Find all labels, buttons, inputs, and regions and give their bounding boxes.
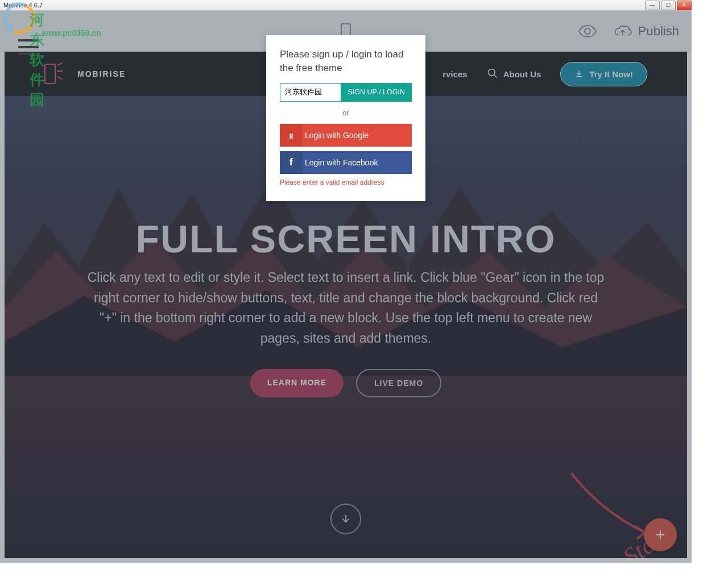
window-minimize-button[interactable]: — (645, 1, 660, 10)
search-icon (487, 68, 498, 81)
svg-point-1 (488, 69, 495, 76)
try-now-label: Try It Now! (589, 69, 633, 79)
nav-about[interactable]: About Us (487, 68, 541, 81)
live-demo-button[interactable]: LIVE DEMO (356, 369, 441, 397)
window-title: Mobirise 4.6.7 (3, 2, 43, 9)
nav-services-label: rvices (442, 69, 467, 79)
signup-login-button[interactable]: SIGN UP / LOGIN (341, 83, 412, 102)
nav-about-label: About Us (503, 69, 541, 79)
or-divider: or (280, 109, 412, 117)
preview-button[interactable] (578, 24, 597, 38)
modal-title: Please sign up / login to load the free … (280, 48, 412, 75)
publish-button[interactable]: Publish (613, 24, 679, 39)
hero-description[interactable]: Click any text to edit or style it. Sele… (84, 268, 607, 349)
brand-logo-icon (44, 61, 66, 86)
email-input[interactable] (280, 83, 341, 102)
publish-label: Publish (638, 24, 679, 39)
window-maximize-button[interactable]: ☐ (661, 1, 676, 10)
menu-button[interactable] (18, 39, 39, 55)
brand-name: MOBIRISE (77, 69, 126, 78)
window-titlebar: Mobirise 4.6.7 — ☐ ✕ (0, 0, 692, 11)
arrow-down-icon (340, 513, 352, 525)
brand[interactable]: MOBIRISE (44, 61, 126, 86)
login-google-button[interactable]: g Login with Google (280, 124, 412, 147)
scroll-down-button[interactable] (330, 504, 361, 534)
nav-services[interactable]: rvices (442, 69, 467, 79)
login-modal: Please sign up / login to load the free … (266, 35, 425, 201)
google-icon: g (280, 124, 303, 147)
login-facebook-button[interactable]: f Login with Facebook (280, 151, 412, 174)
window-close-button[interactable]: ✕ (677, 1, 692, 10)
svg-point-0 (585, 28, 590, 34)
login-facebook-label: Login with Facebook (303, 158, 412, 167)
error-message: Please enter a valid email address (280, 178, 412, 186)
login-google-label: Login with Google (303, 131, 412, 140)
learn-more-button[interactable]: LEARN MORE (250, 369, 344, 397)
download-icon (574, 69, 584, 78)
hero-title[interactable]: FULL SCREEN INTRO (5, 217, 687, 261)
facebook-icon: f (280, 151, 303, 174)
add-block-button[interactable]: + (644, 518, 677, 551)
try-now-button[interactable]: Try It Now! (560, 62, 647, 86)
